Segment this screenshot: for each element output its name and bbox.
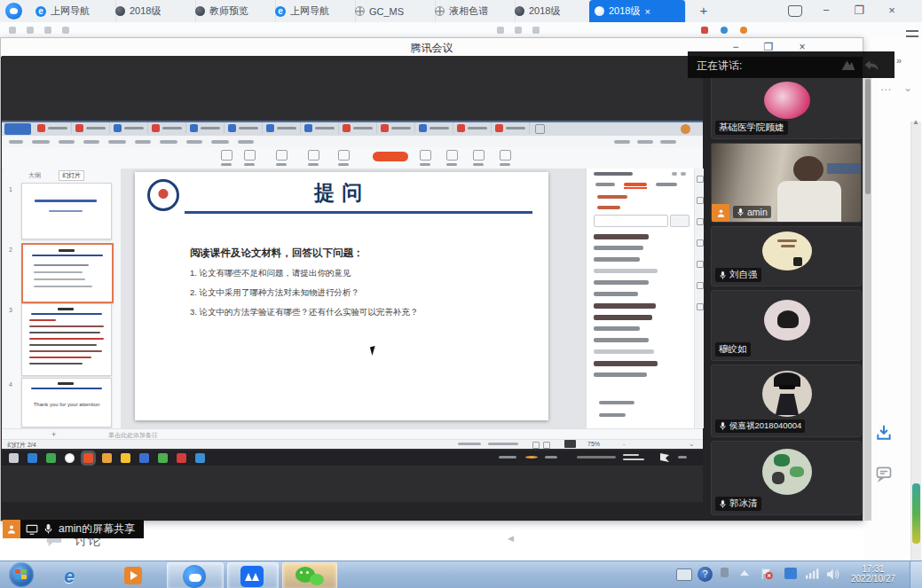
wps-account-avatar[interactable] [681,124,690,134]
tencent-meeting-taskbar-button[interactable] [227,562,279,588]
extension-icon[interactable] [721,27,728,34]
wps-doc-tab[interactable] [34,122,72,134]
qq-browser-logo-icon[interactable] [5,3,22,20]
browser-minimize-button[interactable]: − [816,2,836,20]
browser-tab-7[interactable]: 2018级 [509,0,595,22]
pane-icon[interactable] [697,176,704,183]
scroll-up-icon[interactable]: ▲ [912,118,919,126]
toolbar-icon[interactable] [472,150,485,166]
statusbar-chevron-icon[interactable]: ⌄ [689,440,695,448]
participant-tile[interactable]: 穆皎如 [711,290,862,361]
zoom-minus[interactable]: - [623,441,625,447]
font-list-item[interactable] [587,357,695,369]
wps-doc-tab[interactable] [72,122,110,134]
toolbar-icon[interactable] [275,150,288,166]
font-list-item[interactable] [587,254,695,265]
page-more-icon[interactable]: ⋯ [880,83,891,96]
speaker-icon[interactable] [827,568,840,580]
font-list-item[interactable] [587,265,695,277]
browser-tab-1[interactable]: e 上网导航 [30,0,116,22]
security-tray-icon[interactable] [784,568,797,579]
tray-expand-icon[interactable] [740,570,749,576]
wps-doc-tab[interactable] [110,122,148,134]
pane-icon[interactable] [697,282,704,289]
qq-browser-taskbar-button[interactable] [167,562,224,588]
wps-doc-tab[interactable] [186,122,225,134]
pane-icon[interactable] [697,261,704,268]
participant-tile[interactable]: 侯嘉祺2018040004 [711,365,862,437]
wardrobe-icon[interactable] [788,5,802,17]
wps-doc-tab[interactable] [263,122,301,134]
browser-maximize-button[interactable]: ❐ [849,2,869,20]
toolbar-icon[interactable] [445,150,458,166]
extension-icon[interactable] [532,27,540,34]
wps-doc-tab[interactable] [301,122,339,134]
font-list[interactable] [587,231,695,380]
participants-scrollbar[interactable] [864,75,871,521]
scrollbar-thumb[interactable] [912,483,920,544]
font-list-item[interactable] [587,334,695,346]
system-clock[interactable]: 17:31 2022/10/27 [841,564,905,584]
wps-doc-tab[interactable] [453,122,492,134]
browser-tab-6[interactable]: 液相色谱 [429,0,516,22]
language-keyboard-icon[interactable] [676,568,692,581]
pane-icon[interactable] [697,218,704,225]
participant-tile[interactable]: 郭冰清 [711,441,862,515]
forward-icon[interactable] [27,27,34,34]
slides-tab[interactable]: 幻灯片 [59,170,84,181]
wps-doc-tab[interactable] [339,122,377,134]
toolbar-icon[interactable] [220,150,232,166]
avatar[interactable] [740,27,747,34]
wps-doc-tab[interactable] [148,122,186,134]
new-tab-button[interactable]: + [694,2,713,20]
search-button[interactable] [670,215,690,227]
participant-tile[interactable]: 基础医学院顾婕 [711,75,862,139]
font-list-item[interactable] [587,300,695,311]
home-icon[interactable] [62,27,69,34]
participant-tile-video[interactable]: amin [711,143,862,223]
browser-tab-2[interactable]: 2018级 [110,0,196,22]
slideshow-view-button[interactable] [564,440,576,448]
extension-icon[interactable] [701,27,708,34]
refresh-icon[interactable] [44,27,51,34]
extension-icon[interactable] [515,27,522,34]
view-normal-icon[interactable] [532,442,540,449]
font-list-item[interactable] [587,369,695,380]
extension-icon[interactable] [497,27,504,34]
pane-icon[interactable] [697,239,704,247]
slide-thumbnail-1[interactable] [21,183,112,239]
tray-icon[interactable] [721,568,729,577]
internet-explorer-icon[interactable]: e [64,565,85,586]
toolbar-icon[interactable] [337,150,350,166]
font-list-item[interactable] [587,231,695,242]
collapse-chevron-icon[interactable]: ⌄ [903,82,912,94]
action-center-flag-icon[interactable] [760,567,774,581]
browser-tab-5[interactable]: GC_MS [350,0,436,22]
new-doc-tab-icon[interactable] [535,124,545,134]
media-player-icon[interactable] [124,567,142,584]
current-slide[interactable]: 提问 阅读课件及论文材料，回答以下问题： 1. 论文有哪些不足和问题，请提出你的… [135,172,548,420]
font-search-input[interactable] [594,215,668,227]
hscroll-left-icon[interactable]: ◀ [508,534,514,543]
wps-doc-tab[interactable] [377,122,415,134]
show-desktop-button[interactable] [910,561,922,588]
page-scrollbar[interactable]: ▲ ▼ [910,122,921,588]
slide-thumbnail-4[interactable]: Thank you for your attention [21,378,112,427]
comment-icon[interactable] [875,465,893,482]
view-sorter-icon[interactable] [543,442,550,449]
wps-home-tab[interactable] [4,123,31,135]
font-list-item[interactable] [587,242,695,254]
zoom-level[interactable]: 75% [587,441,600,447]
font-list-item[interactable] [587,288,695,300]
bookmarks-overflow-icon[interactable]: » [896,55,902,66]
pane-icon[interactable] [697,303,704,310]
pane-icon[interactable] [697,197,704,204]
back-icon[interactable] [9,27,16,34]
browser-close-button[interactable]: × [882,2,902,20]
toolbar-icon[interactable] [307,150,319,166]
browser-tab-active[interactable]: 2018级 × [589,0,686,22]
download-icon[interactable] [875,424,893,442]
wps-doc-tab[interactable] [415,122,453,134]
toolbar-icon[interactable] [499,150,511,166]
font-list-item[interactable] [587,346,695,357]
